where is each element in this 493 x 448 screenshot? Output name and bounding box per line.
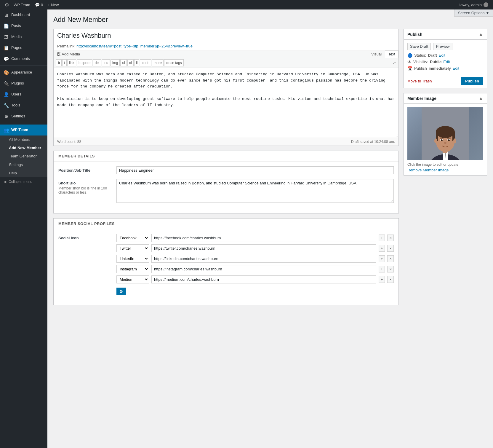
sidebar-item-appearance[interactable]: 🎨 Appearance <box>0 67 47 78</box>
sidebar-item-posts[interactable]: 📄 Posts <box>0 20 47 31</box>
preview-button[interactable]: Preview <box>433 43 452 50</box>
collapse-menu-label: Collapse menu <box>9 180 32 184</box>
remove-member-image-link[interactable]: Remove Member Image <box>407 168 483 172</box>
toolbar-btn-b[interactable]: b <box>56 59 62 66</box>
post-content-editor[interactable]: Charles Washburn was born and raised in … <box>54 68 398 137</box>
status-row: 🔵 Status: Draft Edit <box>407 53 483 58</box>
social-platform-select-2[interactable]: FacebookTwitterLinkedInInstagramMediumYo… <box>116 255 149 263</box>
social-add-btn-3[interactable]: + <box>379 266 385 272</box>
social-add-btn-2[interactable]: + <box>379 255 385 262</box>
social-remove-btn-4[interactable]: × <box>387 276 394 283</box>
publish-box-header[interactable]: Publish ▲ <box>404 29 487 40</box>
save-draft-button[interactable]: Save Draft <box>407 43 431 50</box>
sidebar-item-pages[interactable]: 📋 Pages <box>0 42 47 53</box>
permalink-link[interactable]: http://localhost/team/?post_type=stp_mem… <box>76 44 193 48</box>
social-url-input-1[interactable] <box>151 244 376 252</box>
sidebar-item-label-media: Media <box>11 34 22 39</box>
tab-visual[interactable]: Visual <box>368 50 385 58</box>
sidebar-submenu-help[interactable]: Help <box>0 169 47 177</box>
member-photo[interactable] <box>407 107 483 160</box>
social-url-input-0[interactable] <box>151 234 376 242</box>
svg-point-6 <box>436 126 455 138</box>
sidebar-item-plugins[interactable]: 🔌 Plugins <box>0 78 47 89</box>
status-value: Draft <box>428 53 437 58</box>
toolbar-btn-ol[interactable]: ol <box>127 59 134 66</box>
toolbar-btn-del[interactable]: del <box>93 59 101 66</box>
social-row-1: FacebookTwitterLinkedInInstagramMediumYo… <box>116 244 394 252</box>
plugins-icon: 🔌 <box>4 80 9 87</box>
toolbar-btn-more[interactable]: more <box>152 59 164 66</box>
add-media-button[interactable]: 🖼 Add Media <box>54 50 83 58</box>
help-label: Help <box>9 170 17 176</box>
toolbar-btn-img[interactable]: img <box>111 59 120 66</box>
adminbar-site-name[interactable]: WP Team <box>11 0 33 9</box>
sidebar-item-media[interactable]: 🖼 Media <box>0 31 47 42</box>
social-remove-btn-3[interactable]: × <box>387 266 394 272</box>
adminbar-add-new[interactable]: + New <box>45 0 61 9</box>
publish-time-row: 📅 Publish immediately Edit <box>407 66 483 71</box>
adminbar-comments[interactable]: 💬 0 <box>33 0 45 9</box>
social-add-btn-4[interactable]: + <box>379 276 385 283</box>
comments-icon: 💬 <box>4 56 9 62</box>
social-platform-select-1[interactable]: FacebookTwitterLinkedInInstagramMediumYo… <box>116 244 149 252</box>
posts-icon: 📄 <box>4 23 9 29</box>
fullscreen-icon[interactable]: ⤢ <box>393 60 396 65</box>
screen-options-button[interactable]: Screen Options ▼ <box>454 9 493 17</box>
toolbar-btn-li[interactable]: li <box>134 59 139 66</box>
post-title-input[interactable] <box>54 29 398 42</box>
toolbar-btn-ins[interactable]: ins <box>102 59 110 66</box>
social-url-input-2[interactable] <box>151 255 376 263</box>
sidebar-item-label-tools: Tools <box>11 103 20 108</box>
social-remove-btn-1[interactable]: × <box>387 245 394 252</box>
sidebar-item-settings[interactable]: ⚙ Settings <box>0 111 47 122</box>
add-media-label: Add Media <box>62 52 80 56</box>
publish-edit-link[interactable]: Edit <box>453 66 459 71</box>
adminbar-wp-logo[interactable]: ⚙ <box>2 0 11 9</box>
user-avatar <box>484 2 488 7</box>
toolbar-btn-code[interactable]: code <box>140 59 151 66</box>
social-remove-btn-2[interactable]: × <box>387 255 394 262</box>
toolbar-btn-bquote[interactable]: b-quote <box>77 59 92 66</box>
sidebar-item-comments[interactable]: 💬 Comments <box>0 53 47 64</box>
sidebar-item-users[interactable]: 👤 Users <box>0 89 47 100</box>
short-bio-textarea[interactable]: Charles Washburn was born and raised in … <box>116 179 394 203</box>
sidebar-submenu-team-generator[interactable]: Team Generator <box>0 152 47 160</box>
visibility-edit-link[interactable]: Edit <box>443 60 450 64</box>
social-platform-select-4[interactable]: FacebookTwitterLinkedInInstagramMediumYo… <box>116 275 149 283</box>
toolbar-btn-link[interactable]: link <box>67 59 76 66</box>
move-to-trash-link[interactable]: Move to Trash <box>407 79 432 83</box>
publish-label: Publish <box>414 66 427 71</box>
permalink-label: Permalink: <box>57 44 75 48</box>
status-edit-link[interactable]: Edit <box>439 53 445 58</box>
sidebar-item-dashboard[interactable]: ⊞ Dashboard <box>0 9 47 20</box>
social-url-input-3[interactable] <box>151 265 376 273</box>
sidebar-submenu-settings[interactable]: Settings <box>0 161 47 169</box>
appearance-icon: 🎨 <box>4 69 9 76</box>
social-remove-btn-0[interactable]: × <box>387 235 394 241</box>
svg-rect-13 <box>440 138 444 138</box>
collapse-menu-button[interactable]: ◀ Collapse menu <box>0 177 47 186</box>
social-add-btn-1[interactable]: + <box>379 245 385 252</box>
publish-actions: Save Draft Preview <box>407 43 483 50</box>
position-input[interactable] <box>116 166 394 174</box>
toolbar-btn-close-tags[interactable]: close tags <box>164 59 184 66</box>
publish-button[interactable]: Publish <box>461 77 483 85</box>
tab-text[interactable]: Text <box>385 50 398 58</box>
add-social-button[interactable]: ⚙ <box>116 288 126 295</box>
social-url-input-4[interactable] <box>151 275 376 283</box>
social-platform-select-3[interactable]: FacebookTwitterLinkedInInstagramMediumYo… <box>116 265 149 273</box>
sidebar-submenu-add-new-member[interactable]: Add New Member <box>0 144 47 152</box>
sidebar-item-wp-team[interactable]: 👥 WP Team <box>0 125 47 135</box>
toolbar-btn-i[interactable]: i <box>62 59 67 66</box>
sidebar-submenu-all-members[interactable]: All Members <box>0 135 47 144</box>
toolbar-btn-ul[interactable]: ul <box>120 59 127 66</box>
social-add-btn-0[interactable]: + <box>379 235 385 241</box>
collapse-icon: ◀ <box>4 180 6 184</box>
users-icon: 👤 <box>4 91 9 98</box>
adminbar-howdy[interactable]: Howdy, admin <box>455 2 491 7</box>
sidebar-item-tools[interactable]: 🔧 Tools <box>0 100 47 111</box>
member-social-box: MEMBER SOCIAL PROFILES Social Icon Faceb… <box>53 218 399 305</box>
social-platform-select-0[interactable]: FacebookTwitterLinkedInInstagramMediumYo… <box>116 234 149 242</box>
member-image-box-header[interactable]: Member Image ▲ <box>404 93 487 104</box>
permalink-row: Permalink: http://localhost/team/?post_t… <box>54 42 398 50</box>
